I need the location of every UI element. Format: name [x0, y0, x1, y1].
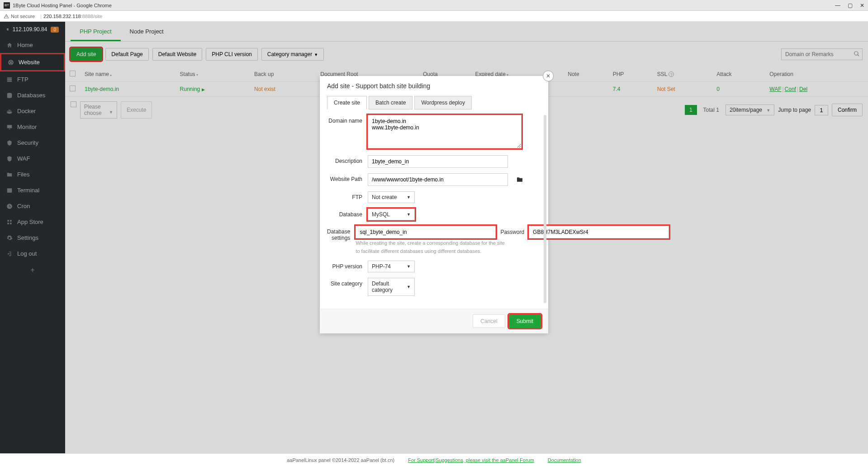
description-input[interactable] — [368, 155, 508, 168]
modal-close-button[interactable]: ✕ — [543, 71, 554, 81]
website-path-input[interactable] — [368, 173, 508, 186]
browser-titlebar: BT 1Byte Cloud Hosting Panel - Google Ch… — [0, 0, 868, 11]
label-site-category: Site category — [327, 278, 368, 287]
tab-batch-create[interactable]: Batch create — [369, 96, 413, 109]
maximize-button[interactable]: ▢ — [848, 2, 853, 9]
modal-overlay: ✕ Add site - Support batch site building… — [0, 22, 868, 453]
add-site-modal: ✕ Add site - Support batch site building… — [320, 76, 548, 333]
label-password: Password — [500, 229, 524, 235]
php-version-select[interactable]: PHP-74▼ — [368, 261, 415, 272]
database-select[interactable]: MySQL▼ — [368, 209, 415, 220]
label-domain-name: Domain name — [327, 115, 368, 124]
label-db-settings: Database settings — [327, 226, 356, 241]
submit-button[interactable]: Submit — [509, 314, 541, 328]
tab-wordpress-deploy[interactable]: Wordpress deploy — [414, 96, 472, 109]
label-description: Description — [327, 155, 368, 164]
favicon: BT — [4, 2, 10, 9]
folder-icon[interactable] — [516, 176, 523, 183]
db-username-input[interactable] — [356, 226, 496, 238]
domain-name-input[interactable]: 1byte-demo.in www.1byte-demo.in — [368, 115, 522, 148]
url-bar[interactable]: 220.158.232.118:8888/site — [43, 14, 102, 19]
tab-create-site[interactable]: Create site — [327, 96, 367, 109]
ftp-select[interactable]: Not create▼ — [368, 191, 415, 203]
label-website-path: Website Path — [327, 173, 368, 182]
db-helper-text: While creating the site, create a corres… — [356, 239, 505, 255]
label-php-version: PHP version — [327, 261, 368, 270]
window-title: 1Byte Cloud Hosting Panel - Google Chrom… — [13, 3, 835, 8]
modal-tabs: Create site Batch create Wordpress deplo… — [320, 96, 548, 109]
warning-icon — [4, 14, 9, 19]
minimize-button[interactable]: — — [835, 2, 840, 9]
label-database: Database — [327, 209, 368, 218]
not-secure-warning[interactable]: Not secure — [4, 14, 35, 19]
cancel-button[interactable]: Cancel — [473, 314, 505, 328]
modal-title: Add site - Support batch site building — [320, 76, 548, 96]
browser-addressbar: Not secure | 220.158.232.118:8888/site — [0, 11, 868, 22]
db-password-input[interactable] — [529, 226, 669, 238]
site-category-select[interactable]: Default category▼ — [368, 278, 415, 296]
label-ftp: FTP — [327, 191, 368, 200]
close-window-button[interactable]: ✕ — [860, 2, 864, 9]
